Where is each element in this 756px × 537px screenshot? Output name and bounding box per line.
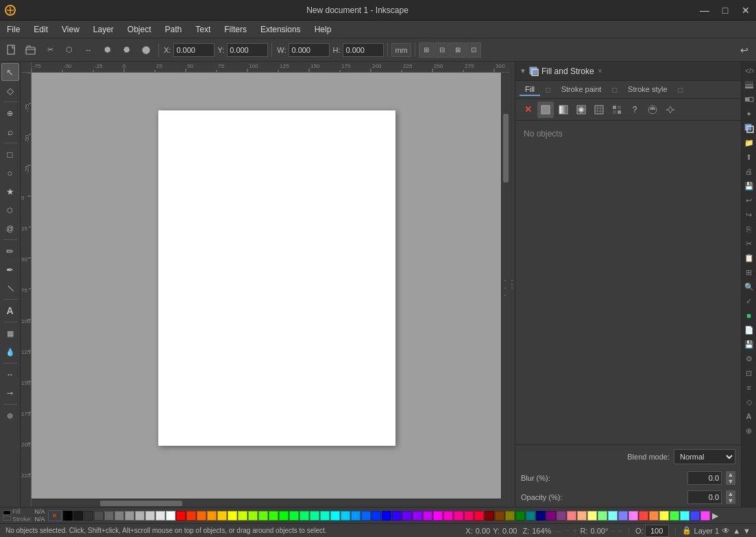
tweak-tool[interactable]: ⊕ bbox=[1, 104, 19, 122]
y-input[interactable] bbox=[227, 43, 268, 57]
snap-side-icon[interactable]: ⊕ bbox=[743, 425, 755, 437]
connector-tool[interactable]: ↔ bbox=[1, 366, 19, 383]
w-input[interactable] bbox=[289, 43, 330, 57]
palette-color-38[interactable] bbox=[454, 511, 463, 521]
palette-scroll-right[interactable]: ▶ bbox=[710, 510, 721, 521]
palette-color-1[interactable] bbox=[73, 511, 83, 521]
palette-color-45[interactable] bbox=[526, 511, 535, 521]
objects-icon[interactable] bbox=[743, 93, 755, 106]
layer-scroll-down[interactable]: ▼ bbox=[743, 527, 751, 535]
palette-color-39[interactable] bbox=[464, 511, 474, 521]
blur-down[interactable]: ▼ bbox=[726, 478, 735, 485]
new-button[interactable] bbox=[3, 41, 21, 59]
zoom-out-btn[interactable]: − bbox=[564, 525, 570, 536]
palette-color-52[interactable] bbox=[598, 511, 607, 521]
rot-dec-btn[interactable]: − bbox=[611, 527, 615, 535]
pattern-btn[interactable] bbox=[609, 102, 625, 118]
opacity-down[interactable]: ▼ bbox=[726, 497, 735, 504]
palette-color-25[interactable] bbox=[320, 511, 330, 521]
minimize-button[interactable]: — bbox=[694, 0, 715, 21]
palette-color-26[interactable] bbox=[330, 511, 340, 521]
export-icon[interactable]: ⬆ bbox=[743, 151, 755, 163]
menu-item-object[interactable]: Object bbox=[121, 21, 158, 38]
palette-color-21[interactable] bbox=[279, 511, 289, 521]
palette-color-17[interactable] bbox=[238, 511, 247, 521]
copy-icon[interactable]: ⎘ bbox=[743, 223, 755, 235]
menu-item-layer[interactable]: Layer bbox=[86, 21, 121, 38]
palette-color-19[interactable] bbox=[258, 511, 268, 521]
rot-inc-btn[interactable]: + bbox=[618, 527, 622, 535]
opacity-up[interactable]: ▲ bbox=[726, 490, 735, 497]
palette-color-3[interactable] bbox=[94, 511, 103, 521]
menu-item-filters[interactable]: Filters bbox=[217, 21, 254, 38]
palette-color-62[interactable] bbox=[700, 511, 710, 521]
palette-color-54[interactable] bbox=[618, 511, 628, 521]
palette-color-51[interactable] bbox=[587, 511, 597, 521]
menu-item-file[interactable]: File bbox=[0, 21, 27, 38]
vertical-scrollbar[interactable]: • • • bbox=[501, 73, 509, 499]
palette-color-57[interactable] bbox=[649, 511, 659, 521]
redo-icon[interactable]: ↪ bbox=[743, 208, 755, 221]
spiral-tool[interactable]: @ bbox=[1, 219, 19, 237]
doc-props-icon[interactable]: ⚙ bbox=[743, 353, 755, 365]
palette-color-13[interactable] bbox=[197, 511, 206, 521]
menu-item-text[interactable]: Text bbox=[188, 21, 217, 38]
gradient-tool[interactable]: ▦ bbox=[1, 324, 19, 342]
palette-color-48[interactable] bbox=[557, 511, 566, 521]
palette-color-35[interactable] bbox=[423, 511, 432, 521]
palette-color-16[interactable] bbox=[228, 511, 237, 521]
palette-color-49[interactable] bbox=[567, 511, 576, 521]
close-button[interactable]: ✕ bbox=[735, 0, 756, 21]
tool-btn-5[interactable]: ↔ bbox=[80, 41, 97, 59]
x-input[interactable] bbox=[173, 43, 215, 57]
palette-color-7[interactable] bbox=[135, 511, 145, 521]
node-side-icon[interactable]: ◇ bbox=[743, 396, 755, 408]
tab-stroke-style[interactable]: Stroke style bbox=[622, 84, 672, 96]
no-paint-btn[interactable]: ✕ bbox=[520, 102, 536, 118]
palette-color-33[interactable] bbox=[402, 511, 412, 521]
find-icon[interactable]: 🔍 bbox=[743, 281, 755, 293]
palette-color-23[interactable] bbox=[300, 511, 309, 521]
palette-color-4[interactable] bbox=[104, 511, 114, 521]
menu-item-view[interactable]: View bbox=[55, 21, 86, 38]
marker-btn[interactable] bbox=[662, 102, 679, 118]
palette-color-41[interactable] bbox=[485, 511, 494, 521]
print-icon[interactable]: 🖨 bbox=[743, 165, 755, 178]
layer-lock-icon[interactable]: 🔒 bbox=[682, 526, 692, 535]
tab-fill[interactable]: Fill bbox=[520, 84, 540, 96]
selector-tool[interactable]: ↖ bbox=[1, 63, 19, 81]
panel-expand-icon[interactable]: ▼ bbox=[518, 66, 528, 76]
measure-tool[interactable]: ⊸ bbox=[1, 384, 19, 402]
palette-color-42[interactable] bbox=[495, 511, 504, 521]
palette-color-24[interactable] bbox=[310, 511, 319, 521]
3dbox-tool[interactable]: ⬡ bbox=[1, 201, 19, 219]
paste-icon[interactable]: 📋 bbox=[743, 252, 755, 264]
snap-btn-3[interactable]: ⊠ bbox=[450, 43, 465, 58]
palette-color-44[interactable] bbox=[515, 511, 525, 521]
tool-btn-6[interactable]: ⬢ bbox=[99, 41, 117, 59]
rect-tool[interactable]: □ bbox=[1, 145, 19, 163]
horizontal-scrollbar[interactable] bbox=[32, 499, 501, 507]
panel-title-x[interactable]: × bbox=[598, 67, 602, 75]
align-icon[interactable]: ≡ bbox=[743, 381, 755, 394]
palette-color-29[interactable] bbox=[361, 511, 371, 521]
linear-gradient-btn[interactable] bbox=[555, 102, 572, 118]
palette-color-11[interactable] bbox=[176, 511, 186, 521]
symbols-icon[interactable]: ✦ bbox=[743, 108, 755, 120]
fill-stroke-side-icon[interactable] bbox=[743, 122, 755, 134]
palette-color-31[interactable] bbox=[382, 511, 391, 521]
text-side-icon[interactable]: A bbox=[743, 410, 755, 422]
open-button[interactable] bbox=[22, 41, 40, 59]
canvas-area[interactable]: • • • bbox=[32, 73, 509, 499]
blur-input[interactable] bbox=[687, 471, 722, 485]
no-color-swatch[interactable]: × bbox=[48, 510, 62, 521]
palette-color-30[interactable] bbox=[371, 511, 381, 521]
palette-color-12[interactable] bbox=[186, 511, 196, 521]
hscroll-thumb[interactable] bbox=[100, 501, 182, 506]
tool-btn-8[interactable]: ⬤ bbox=[137, 41, 155, 59]
tab-stroke-paint[interactable]: Stroke paint bbox=[556, 84, 607, 96]
palette-color-36[interactable] bbox=[433, 511, 443, 521]
palette-color-37[interactable] bbox=[443, 511, 453, 521]
mesh-gradient-btn[interactable] bbox=[591, 102, 607, 118]
palette-color-40[interactable] bbox=[474, 511, 484, 521]
